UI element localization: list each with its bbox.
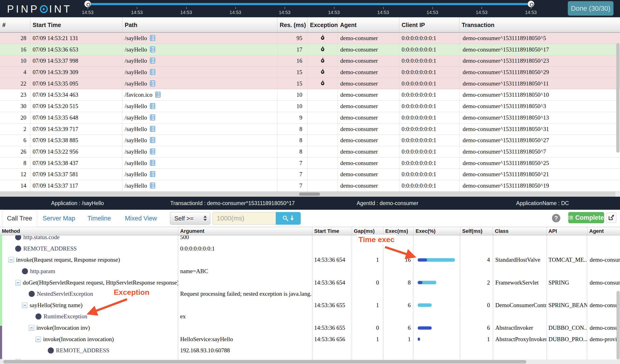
transaction-horizontal-scrollbar[interactable] bbox=[0, 192, 615, 197]
transaction-row[interactable]: 8 07/09 14:53:38 437 /sayHello 7 demo-co… bbox=[0, 158, 620, 169]
info-icon: i bbox=[29, 291, 35, 297]
cell-class: DemoConsumerContr... bbox=[493, 300, 547, 311]
col-exec-pct[interactable]: Exec(%) bbox=[414, 227, 460, 235]
help-icon[interactable]: ? bbox=[552, 214, 560, 222]
col-argument[interactable]: Argument bbox=[178, 227, 312, 235]
open-in-new-window-button[interactable] bbox=[606, 212, 616, 223]
col-transaction[interactable]: Transaction bbox=[459, 17, 620, 32]
calltree-row[interactable]: i http.param name=ABC bbox=[0, 266, 620, 277]
calltree-row[interactable]: i REMOTE_ADDRESS 192.168.93.10:60788 bbox=[0, 345, 620, 356]
time-range-slider-track[interactable] bbox=[88, 3, 531, 5]
path-detail-icon[interactable] bbox=[150, 113, 155, 123]
transaction-row[interactable]: 28 07/09 14:53:21 131 /sayHello 95 demo-… bbox=[0, 33, 620, 44]
col-exec[interactable]: Exec(ms) bbox=[383, 227, 414, 235]
transaction-row[interactable]: 12 07/09 14:53:37 581 /sayHello 7 demo-c… bbox=[0, 169, 620, 180]
col-start-time[interactable]: Start Time bbox=[30, 17, 122, 32]
path-detail-icon[interactable] bbox=[150, 136, 155, 146]
collapse-icon[interactable]: − bbox=[8, 257, 14, 263]
calltree-row[interactable]: − sayHello(String name) 14:53:36 655 1 6… bbox=[0, 300, 620, 311]
collapse-icon[interactable]: − bbox=[22, 303, 28, 308]
tab-server-map[interactable]: Server Map bbox=[43, 210, 75, 227]
collapse-icon[interactable]: − bbox=[29, 325, 34, 331]
col-agent[interactable]: Agent bbox=[587, 227, 620, 235]
calltree-row[interactable]: − doGet(HttpServletRequest request, Http… bbox=[0, 356, 620, 360]
col-method[interactable]: Method bbox=[0, 227, 178, 235]
path-detail-icon[interactable] bbox=[150, 68, 155, 78]
col-gap[interactable]: Gap(ms) bbox=[352, 227, 383, 235]
col-path[interactable]: Path bbox=[122, 17, 277, 32]
tab-mixed-view[interactable]: Mixed View bbox=[125, 210, 157, 227]
cell-transaction: demo-consumer^1531118918050^5 bbox=[459, 33, 620, 44]
transaction-row[interactable]: 6 07/09 14:53:38 885 /sayHello 8 demo-co… bbox=[0, 135, 620, 146]
cell-agent bbox=[587, 345, 620, 356]
col-api[interactable]: API bbox=[547, 227, 587, 235]
cell-exception bbox=[308, 180, 338, 191]
calltree-horizontal-scrollbar[interactable] bbox=[0, 360, 620, 364]
calltree-row[interactable]: i NestedServletException Request process… bbox=[0, 288, 620, 300]
tick-label: 14:53 bbox=[81, 10, 95, 15]
transaction-row[interactable]: 2 07/09 14:53:39 717 /sayHello 8 demo-co… bbox=[0, 123, 620, 135]
transaction-row[interactable]: 20 07/09 14:53:35 648 /sayHello 9 demo-c… bbox=[0, 112, 620, 123]
tab-call-tree[interactable]: Call Tree bbox=[2, 210, 37, 227]
calltree-left-scroll-thumb[interactable] bbox=[0, 326, 2, 359]
path-detail-icon[interactable] bbox=[150, 102, 155, 112]
transaction-hscroll-thumb[interactable] bbox=[299, 193, 320, 196]
transaction-row[interactable]: 23 07/09 14:53:34 463 /favicon.ico 10 de… bbox=[0, 89, 620, 101]
col-num[interactable]: # bbox=[0, 17, 30, 32]
tab-timeline[interactable]: Timeline bbox=[87, 210, 111, 227]
transaction-row[interactable]: 4 07/09 14:53:39 309 /sayHello 15 demo-c… bbox=[0, 67, 620, 78]
cell-exec: 6 bbox=[383, 322, 414, 334]
complete-button[interactable]: Complete bbox=[568, 212, 604, 223]
cell-path: /sayHello bbox=[122, 101, 277, 112]
done-button[interactable]: Done (30/30) bbox=[568, 1, 613, 15]
path-detail-icon[interactable] bbox=[150, 181, 155, 191]
collapse-icon[interactable]: − bbox=[35, 336, 41, 342]
cell-res-ms: 16 bbox=[277, 55, 308, 66]
cell-api bbox=[547, 243, 587, 255]
slider-handle-right[interactable] bbox=[528, 1, 534, 7]
calltree-vertical-scrollbar[interactable] bbox=[617, 291, 620, 360]
path-detail-icon[interactable] bbox=[150, 45, 155, 55]
filter-search-button[interactable] bbox=[276, 212, 301, 225]
calltree-row[interactable]: i REMOTE_ADDRESS 0:0:0:0:0:0:0:1 bbox=[0, 243, 620, 255]
path-detail-icon[interactable] bbox=[150, 124, 155, 135]
path-detail-icon[interactable] bbox=[150, 158, 155, 169]
col-agent[interactable]: Agent bbox=[338, 17, 399, 32]
calltree-row[interactable]: − invoke(Request request, Response respo… bbox=[0, 254, 620, 266]
cell-exec-pct bbox=[414, 322, 460, 334]
calltree-row[interactable]: − doGet(HttpServletRequest request, Http… bbox=[0, 277, 620, 288]
transaction-row[interactable]: 30 07/09 14:53:20 515 /sayHello 10 demo-… bbox=[0, 101, 620, 112]
calltree-row[interactable]: − invoke(Invocation inv) 14:53:36 655 0 … bbox=[0, 322, 620, 334]
path-detail-icon[interactable] bbox=[150, 56, 155, 66]
cell-api bbox=[547, 288, 587, 300]
cell-argument: HelloService:sayHello bbox=[178, 334, 312, 345]
tick-label: 14:53 bbox=[327, 10, 341, 15]
transaction-row[interactable]: 16 07/09 14:53:36 653 /sayHello 17 demo-… bbox=[0, 44, 620, 56]
calltree-row[interactable]: i RuntimeException ex bbox=[0, 311, 620, 322]
transaction-row[interactable]: 14 07/09 14:53:37 117 /sayHello 7 demo-c… bbox=[0, 180, 620, 192]
transaction-row[interactable]: 10 07/09 14:53:37 998 /sayHello 16 demo-… bbox=[0, 55, 620, 67]
path-detail-icon[interactable] bbox=[155, 90, 161, 100]
path-detail-icon[interactable] bbox=[150, 170, 155, 180]
self-filter-select[interactable]: Self >= bbox=[170, 212, 210, 225]
cell-agent bbox=[587, 311, 620, 322]
col-res-ms[interactable]: Res. (ms) bbox=[277, 17, 308, 32]
transaction-row[interactable]: 22 07/09 14:53:35 095 /sayHello 15 demo-… bbox=[0, 78, 620, 90]
transaction-vertical-scrollbar[interactable] bbox=[616, 43, 620, 153]
collapse-icon[interactable]: − bbox=[15, 280, 21, 286]
path-detail-icon[interactable] bbox=[150, 33, 155, 44]
slider-handle-left[interactable] bbox=[84, 1, 91, 7]
calltree-row[interactable]: i http.status.code 500 bbox=[0, 235, 620, 243]
path-detail-icon[interactable] bbox=[150, 147, 155, 157]
col-client-ip[interactable]: Client IP bbox=[399, 17, 459, 32]
col-self[interactable]: Self(ms) bbox=[460, 227, 493, 235]
filter-ms-input[interactable] bbox=[212, 212, 276, 225]
cell-path: /sayHello bbox=[122, 33, 277, 44]
transaction-row[interactable]: 26 07/09 14:53:22 956 /sayHello 8 demo-c… bbox=[0, 146, 620, 158]
col-class[interactable]: Class bbox=[493, 227, 547, 235]
col-start[interactable]: Start Time bbox=[312, 227, 352, 235]
col-exception[interactable]: Exception bbox=[308, 17, 338, 32]
calltree-hscroll-thumb[interactable] bbox=[3, 360, 526, 364]
path-detail-icon[interactable] bbox=[150, 79, 155, 89]
calltree-row[interactable]: − invoke(Invocation invocation) HelloSer… bbox=[0, 334, 620, 345]
